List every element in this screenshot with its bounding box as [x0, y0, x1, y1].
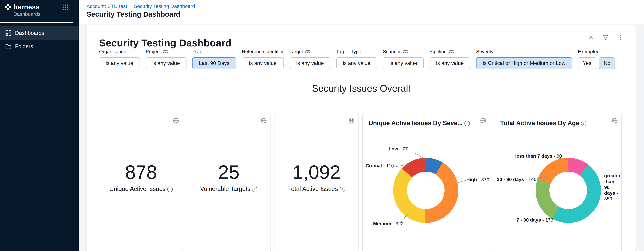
chart-title: Total Active Issues By Age	[500, 119, 579, 127]
explore-button[interactable]	[348, 118, 354, 125]
app-window: harness Dashboards Da	[0, 0, 644, 251]
sidebar-item-folders[interactable]: Folders	[0, 40, 78, 53]
filter-target-value[interactable]: is any value	[290, 57, 330, 69]
info-icon[interactable]: i	[252, 187, 257, 192]
filter-label: Scanner	[383, 49, 401, 54]
harness-logo-icon	[4, 3, 12, 11]
chart-card-issues-by-severity: Unique Active Issues By Seve...i Low - 7…	[362, 114, 490, 251]
callout-greater-than-90-days: greater than 90 days - 359	[604, 173, 620, 202]
filter-reference-identifier-value[interactable]: is any value	[242, 57, 284, 69]
stat-card-unique-active-issues: 878 Unique Active Issuesi	[99, 114, 183, 251]
stat-value: 1,092	[275, 161, 358, 183]
filter-label: Exempted	[578, 49, 600, 54]
filter-label: Date	[192, 49, 202, 54]
logo-text: harness	[13, 3, 40, 11]
breadcrumb-account-link[interactable]: Account: STO test	[86, 3, 127, 9]
filter-reference-identifier: Reference Identifier is any value	[242, 49, 284, 69]
close-icon: ✕	[588, 35, 593, 40]
severity-donut-chart[interactable]	[393, 158, 458, 223]
breadcrumb-current-link[interactable]: Security Testing Dashboard	[134, 3, 195, 9]
filter-scanner: Scanner is any value	[383, 49, 424, 69]
stat-label: Total Active Issues	[288, 185, 338, 192]
callout-medium: Medium - 322	[373, 221, 404, 227]
filter-pipeline-value[interactable]: is any value	[430, 57, 470, 69]
link-icon	[163, 50, 168, 53]
more-menu-button[interactable]: ⋮	[618, 35, 624, 40]
filter-project-value[interactable]: is any value	[146, 57, 186, 69]
breadcrumb-separator: ›	[130, 3, 131, 9]
chart-card-issues-by-age: Total Active Issues By Agei less than 7 …	[494, 114, 622, 251]
section-title: Security Issues Overall	[86, 83, 636, 94]
globe-icon	[612, 118, 618, 124]
apps-grid-icon[interactable]	[62, 4, 68, 10]
callout-critical: Critical - 116	[366, 163, 394, 168]
callout-high: High - 370	[466, 177, 489, 183]
filter-project: Project is any value	[146, 49, 186, 69]
topbar: Account: STO test › Security Testing Das…	[78, 0, 644, 24]
sidebar-header: harness Dashboards	[0, 0, 73, 23]
filter-date-value[interactable]: Last 90 Days	[192, 57, 236, 69]
callout-less-than-7-days: less than 7 days - 80	[515, 153, 562, 159]
sidebar-item-dashboards[interactable]: Dashboards	[0, 26, 78, 39]
stat-value: 25	[187, 161, 270, 183]
link-icon	[305, 50, 310, 53]
filter-button[interactable]	[602, 35, 608, 40]
filter-icon	[602, 35, 608, 40]
page-title: Security Testing Dashboard	[86, 10, 644, 18]
filter-severity-value[interactable]: is Critical or High or Medium or Low	[476, 57, 572, 69]
filter-target-type: Target Type is any value	[336, 49, 377, 69]
explore-button[interactable]	[480, 118, 486, 125]
close-button[interactable]: ✕	[588, 35, 593, 40]
filter-exempted-no[interactable]: No	[599, 57, 615, 69]
filter-scanner-value[interactable]: is any value	[383, 57, 424, 69]
dashboards-icon	[6, 30, 11, 36]
globe-icon	[173, 118, 179, 124]
filter-label: Project	[146, 49, 160, 54]
chart-title: Unique Active Issues By Seve...	[368, 119, 462, 127]
info-icon[interactable]: i	[167, 187, 173, 192]
globe-icon	[261, 118, 267, 124]
panel-toolbar: ✕ ⋮	[588, 35, 624, 40]
stat-label: Unique Active Issues	[110, 185, 166, 192]
filter-label: Target Type	[336, 49, 362, 54]
filter-pipeline: Pipeline is any value	[430, 49, 470, 69]
info-icon[interactable]: i	[464, 121, 470, 126]
explore-button[interactable]	[173, 118, 179, 125]
sidebar-item-label: Dashboards	[15, 30, 44, 36]
stat-card-total-active-issues: 1,092 Total Active Issuesi	[274, 114, 358, 251]
donut-hole	[407, 172, 444, 209]
stat-value: 878	[99, 161, 183, 183]
link-icon	[449, 50, 454, 53]
module-label[interactable]: Dashboards	[13, 11, 69, 17]
cards-row: 878 Unique Active Issuesi 25 Vulnerable …	[99, 114, 622, 251]
age-donut-chart[interactable]	[536, 158, 601, 223]
filter-severity: Severity is Critical or High or Medium o…	[476, 49, 572, 69]
filter-label: Organization	[99, 49, 126, 54]
globe-icon	[348, 118, 354, 124]
dashboard-panel: Security Testing Dashboard ✕ ⋮ Organizat…	[86, 25, 636, 251]
explore-button[interactable]	[261, 118, 267, 125]
filter-target: Target is any value	[290, 49, 330, 69]
main-content: Security Testing Dashboard ✕ ⋮ Organizat…	[78, 24, 644, 251]
callout-30-90-days: 30 - 90 days - 146	[497, 177, 536, 182]
filter-target-type-value[interactable]: is any value	[336, 57, 377, 69]
callout-7-30-days: 7 - 30 days - 173	[516, 217, 553, 223]
stat-card-vulnerable-targets: 25 Vulnerable Targetsi	[187, 114, 271, 251]
info-icon[interactable]: i	[340, 187, 345, 192]
filter-label: Target	[290, 49, 303, 54]
sidebar-item-label: Folders	[15, 43, 33, 49]
explore-button[interactable]	[612, 118, 618, 125]
kebab-icon: ⋮	[618, 35, 624, 40]
folder-icon	[6, 43, 11, 49]
globe-icon	[480, 118, 486, 124]
dashboard-title: Security Testing Dashboard	[99, 37, 232, 49]
filter-exempted-yes[interactable]: Yes	[578, 57, 596, 69]
callout-low: Low - 77	[388, 146, 408, 152]
donut-hole	[550, 172, 587, 209]
filter-label: Reference Identifier	[242, 49, 284, 54]
filter-bar: Organization is any value Project is any…	[99, 49, 615, 69]
filter-organization-value[interactable]: is any value	[99, 57, 140, 69]
breadcrumb: Account: STO test › Security Testing Das…	[86, 3, 644, 9]
info-icon[interactable]: i	[581, 121, 586, 126]
filter-exempted: Exempted Yes No	[578, 49, 615, 69]
